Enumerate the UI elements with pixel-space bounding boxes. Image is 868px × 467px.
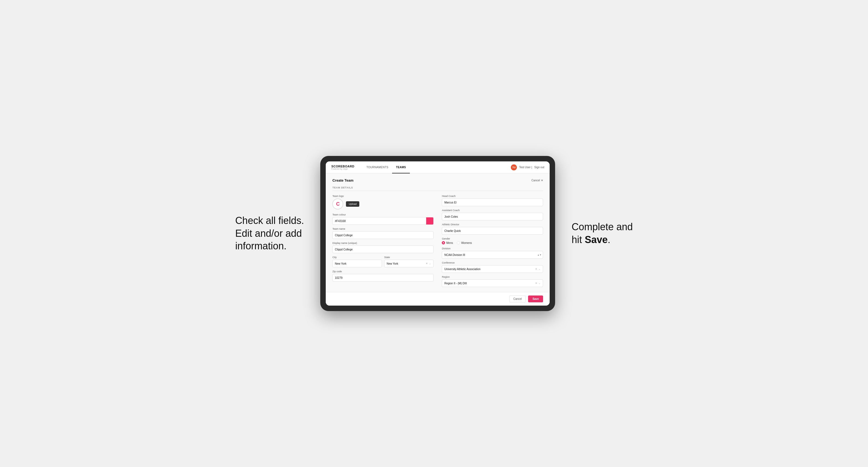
cancel-top[interactable]: Cancel ✕: [531, 179, 543, 182]
zip-input[interactable]: [332, 274, 434, 282]
annotation-line1: Check all fields.: [235, 215, 304, 226]
brand-title: SCOREBOARD: [331, 165, 354, 168]
region-group: Region Region II - (M) DIII ✕ ⌄: [442, 276, 543, 287]
tab-teams[interactable]: TEAMS: [392, 161, 410, 174]
zip-group: Zip code: [332, 270, 434, 282]
form-header: Create Team Cancel ✕: [332, 178, 543, 182]
brand-subtitle: Powered by clippi: [331, 168, 354, 170]
gender-mens-radio[interactable]: [442, 241, 445, 244]
city-group: City: [332, 256, 382, 268]
gender-options: Mens Womens: [442, 241, 543, 244]
region-arrow-icon: ⌄: [538, 282, 540, 285]
right-column: Head Coach Assistant Coach Athletic Dire…: [442, 195, 543, 287]
head-coach-input[interactable]: [442, 198, 543, 206]
brand-logo: SCOREBOARD Powered by clippi: [331, 165, 354, 170]
team-colour-label: Team colour: [332, 213, 434, 216]
logo-area: C Upload: [332, 198, 434, 210]
assistant-coach-input[interactable]: [442, 213, 543, 220]
upload-button[interactable]: Upload: [346, 201, 359, 207]
save-button[interactable]: Save: [528, 295, 543, 302]
state-value: New York: [386, 262, 398, 265]
annotation-right-line1: Complete and: [571, 221, 633, 232]
conference-select[interactable]: University Athletic Association ✕ ⌄: [442, 265, 543, 273]
nav-tabs: TOURNAMENTS TEAMS: [363, 161, 410, 173]
conference-value: University Athletic Association: [444, 268, 480, 271]
tablet-screen: SCOREBOARD Powered by clippi TOURNAMENTS…: [326, 161, 550, 306]
form-title: Create Team: [332, 178, 353, 182]
annotation-right: Complete and hit Save.: [571, 221, 633, 246]
region-select[interactable]: Region II - (M) DIII ✕ ⌄: [442, 279, 543, 287]
gender-womens-option[interactable]: Womens: [457, 241, 472, 244]
assistant-coach-label: Assistant Coach: [442, 209, 543, 212]
division-label: Division: [442, 247, 543, 250]
city-label: City: [332, 256, 382, 259]
navbar: SCOREBOARD Powered by clippi TOURNAMENTS…: [326, 161, 550, 174]
display-name-group: Display name (unique): [332, 242, 434, 253]
gender-label: Gender: [442, 237, 543, 240]
state-select[interactable]: New York ✕ ⌄: [384, 260, 434, 268]
logo-preview: C: [332, 198, 343, 210]
gender-womens-label: Womens: [461, 242, 472, 244]
tablet-frame: SCOREBOARD Powered by clippi TOURNAMENTS…: [320, 156, 555, 311]
cancel-button[interactable]: Cancel: [509, 295, 526, 302]
team-name-label: Team name: [332, 227, 434, 230]
division-select[interactable]: NCAA Division III NCAA Division II NCAA …: [442, 251, 543, 259]
athletic-director-input[interactable]: [442, 227, 543, 235]
city-state-row: City State New York ✕ ⌄: [332, 256, 434, 268]
colour-swatch[interactable]: [426, 217, 434, 225]
user-label: Test User |: [519, 166, 532, 169]
region-value: Region II - (M) DIII: [444, 282, 467, 285]
region-clear-icon[interactable]: ✕: [535, 282, 537, 285]
state-controls: ✕ ⌄: [426, 262, 431, 265]
team-name-group: Team name: [332, 227, 434, 239]
state-arrow-icon: ⌄: [429, 262, 431, 265]
conference-label: Conference: [442, 261, 543, 264]
athletic-director-group: Athletic Director: [442, 223, 543, 235]
head-coach-group: Head Coach: [442, 195, 543, 206]
colour-field-wrapper: [332, 217, 434, 225]
annotation-right-line2: hit: [571, 234, 585, 245]
city-state-group: City State New York ✕ ⌄: [332, 256, 434, 268]
conference-arrow-icon: ⌄: [538, 268, 540, 270]
annotation-save-bold: Save: [585, 234, 608, 245]
sign-out-link[interactable]: Sign out: [534, 166, 545, 169]
conference-group: Conference University Athletic Associati…: [442, 261, 543, 273]
form-body: Team logo C Upload Team colour: [332, 195, 543, 287]
athletic-director-label: Athletic Director: [442, 223, 543, 226]
assistant-coach-group: Assistant Coach: [442, 209, 543, 220]
conference-clear-icon[interactable]: ✕: [535, 268, 537, 270]
zip-label: Zip code: [332, 270, 434, 273]
team-logo-label: Team logo: [332, 195, 434, 197]
city-input[interactable]: [332, 260, 382, 268]
gender-womens-radio[interactable]: [457, 241, 460, 244]
head-coach-label: Head Coach: [442, 195, 543, 197]
annotation-left: Check all fields. Edit and/or add inform…: [235, 214, 304, 253]
annotation-line3: information.: [235, 240, 286, 251]
team-logo-group: Team logo C Upload: [332, 195, 434, 211]
display-name-label: Display name (unique): [332, 242, 434, 244]
left-column: Team logo C Upload Team colour: [332, 195, 434, 287]
state-group: State New York ✕ ⌄: [384, 256, 434, 268]
division-select-wrapper: NCAA Division III NCAA Division II NCAA …: [442, 251, 543, 259]
state-clear-icon[interactable]: ✕: [426, 262, 428, 265]
gender-mens-option[interactable]: Mens: [442, 241, 453, 244]
region-controls: ✕ ⌄: [535, 282, 540, 285]
close-icon: ✕: [541, 179, 543, 182]
state-label: State: [384, 256, 434, 259]
team-name-input[interactable]: [332, 231, 434, 239]
team-colour-group: Team colour: [332, 213, 434, 225]
form-footer: Cancel Save: [326, 292, 550, 306]
division-group: Division NCAA Division III NCAA Division…: [442, 247, 543, 259]
gender-group: Gender Mens Womens: [442, 237, 543, 244]
annotation-right-end: .: [608, 234, 611, 245]
section-label: TEAM DETAILS: [332, 186, 543, 191]
tab-tournaments[interactable]: TOURNAMENTS: [363, 161, 392, 174]
gender-mens-label: Mens: [446, 242, 453, 244]
navbar-right: TU Test User | Sign out: [511, 164, 544, 170]
display-name-input[interactable]: [332, 246, 434, 253]
conference-controls: ✕ ⌄: [535, 268, 540, 270]
colour-input[interactable]: [332, 217, 426, 225]
region-label: Region: [442, 276, 543, 278]
form-container: Create Team Cancel ✕ TEAM DETAILS Team l…: [326, 174, 550, 292]
user-avatar: TU: [511, 164, 517, 170]
